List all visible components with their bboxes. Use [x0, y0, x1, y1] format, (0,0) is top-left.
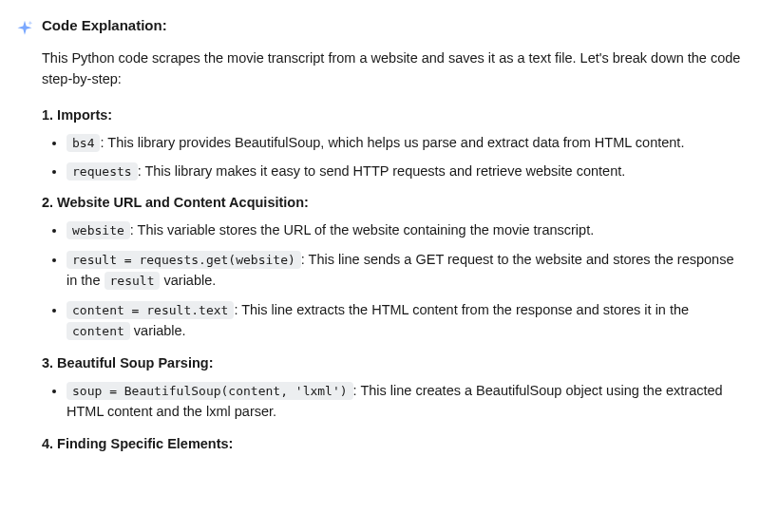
- section-list: soup = BeautifulSoup(content, 'lxml'): T…: [42, 380, 741, 423]
- code-token: bs4: [66, 134, 100, 152]
- item-text: : This library provides BeautifulSoup, w…: [100, 135, 684, 150]
- document-root: Code Explanation: This Python code scrap…: [0, 0, 760, 461]
- section-heading: 3. Beautiful Soup Parsing:: [42, 355, 741, 370]
- item-text: : This line extracts the HTML content fr…: [234, 302, 689, 317]
- code-token: soup = BeautifulSoup(content, 'lxml'): [66, 382, 353, 400]
- list-item: content = result.text: This line extract…: [66, 299, 741, 342]
- code-token: requests: [66, 162, 138, 180]
- code-token: content: [66, 322, 130, 340]
- list-item: result = requests.get(website): This lin…: [66, 249, 741, 292]
- section-heading: 2. Website URL and Content Acquisition:: [42, 195, 741, 210]
- item-text: : This variable stores the URL of the we…: [130, 222, 594, 238]
- item-text: variable.: [160, 273, 216, 288]
- explanation-body: Code Explanation: This Python code scrap…: [42, 17, 741, 461]
- code-token: website: [66, 221, 130, 239]
- code-token: result: [104, 272, 161, 290]
- section-heading: 4. Finding Specific Elements:: [42, 436, 741, 451]
- icon-gutter: [15, 17, 42, 461]
- list-item: bs4: This library provides BeautifulSoup…: [66, 132, 741, 153]
- code-token: content = result.text: [66, 301, 234, 319]
- item-text: : This library makes it easy to send HTT…: [138, 163, 626, 179]
- code-token: result = requests.get(website): [66, 251, 301, 269]
- explanation-title: Code Explanation:: [42, 17, 741, 33]
- sparkle-icon: [15, 25, 34, 41]
- section-heading: 1. Imports:: [42, 107, 741, 123]
- section-list: website: This variable stores the URL of…: [42, 219, 741, 341]
- list-item: requests: This library makes it easy to …: [66, 161, 741, 181]
- item-text: variable.: [130, 323, 186, 338]
- list-item: website: This variable stores the URL of…: [66, 219, 741, 240]
- list-item: soup = BeautifulSoup(content, 'lxml'): T…: [66, 380, 741, 423]
- section-list: bs4: This library provides BeautifulSoup…: [42, 132, 741, 182]
- explanation-intro: This Python code scrapes the movie trans…: [42, 48, 741, 90]
